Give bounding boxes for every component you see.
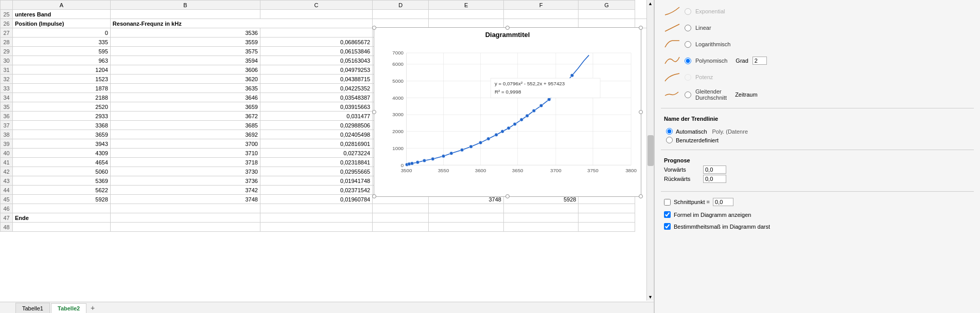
scroll-up-button[interactable]: ▲ <box>647 1 654 6</box>
table-cell[interactable]: 3710 <box>110 149 260 158</box>
table-cell[interactable] <box>260 28 372 38</box>
bestimmtheit-checkbox[interactable] <box>664 223 671 230</box>
vertical-scrollbar[interactable]: ▲ ▼ <box>646 0 654 301</box>
table-cell[interactable] <box>110 213 260 223</box>
table-cell[interactable]: 4654 <box>13 158 111 167</box>
formel-checkbox[interactable] <box>664 211 671 218</box>
table-cell[interactable] <box>503 204 579 213</box>
table-cell[interactable]: 0,031477 <box>260 112 372 121</box>
table-cell[interactable]: 0,05163043 <box>260 56 372 65</box>
table-cell[interactable]: 3635 <box>110 84 260 93</box>
table-cell[interactable]: 0,02371542 <box>260 186 372 195</box>
table-cell[interactable] <box>373 223 429 232</box>
table-cell[interactable]: Resonanz-Frequnz in kHz <box>110 19 372 28</box>
table-cell[interactable]: 3748 <box>110 195 260 204</box>
table-cell[interactable]: 5622 <box>13 186 111 195</box>
col-a-header[interactable]: A <box>13 1 111 10</box>
rueckwaerts-input[interactable] <box>703 175 726 183</box>
table-cell[interactable]: 0,02405498 <box>260 130 372 139</box>
table-cell[interactable]: 0,03548387 <box>260 93 372 102</box>
table-cell[interactable] <box>13 204 111 213</box>
polynomisch-radio[interactable] <box>685 58 691 64</box>
tab-tabelle2[interactable]: Tabelle2 <box>51 303 86 313</box>
schnittpunkt-checkbox[interactable] <box>664 199 671 206</box>
table-cell[interactable]: 0,03915663 <box>260 102 372 112</box>
table-cell[interactable]: 0,01960784 <box>260 195 372 204</box>
table-cell[interactable] <box>373 19 429 28</box>
table-cell[interactable]: 2520 <box>13 102 111 112</box>
chart-handle-tm[interactable] <box>505 26 510 30</box>
table-cell[interactable]: 3606 <box>110 65 260 75</box>
table-cell[interactable]: 0 <box>13 28 111 38</box>
table-cell[interactable] <box>260 213 372 223</box>
table-cell[interactable]: 3646 <box>110 93 260 102</box>
vorwaerts-input[interactable] <box>703 165 726 174</box>
table-cell[interactable]: 2933 <box>13 112 111 121</box>
table-cell[interactable] <box>503 19 579 28</box>
table-cell[interactable] <box>260 204 372 213</box>
col-b-header[interactable]: B <box>110 1 260 10</box>
col-g-header[interactable]: G <box>579 1 635 10</box>
table-cell[interactable]: 0,0273224 <box>260 149 372 158</box>
table-cell[interactable]: 3575 <box>110 47 260 56</box>
table-cell[interactable]: 0,06153846 <box>260 47 372 56</box>
chart-handle-ml[interactable] <box>372 110 376 114</box>
table-cell[interactable]: 2188 <box>13 93 111 102</box>
table-cell[interactable] <box>13 223 111 232</box>
table-cell[interactable]: 3685 <box>110 121 260 130</box>
table-cell[interactable] <box>110 10 260 19</box>
table-cell[interactable] <box>429 10 504 19</box>
gleitend-radio[interactable] <box>685 91 691 98</box>
table-cell[interactable]: 3368 <box>13 121 111 130</box>
table-cell[interactable]: 1878 <box>13 84 111 93</box>
table-cell[interactable]: 0,04979253 <box>260 65 372 75</box>
table-cell[interactable] <box>579 223 635 232</box>
chart-container[interactable]: Diagrammtitel <box>374 27 641 197</box>
table-cell[interactable] <box>260 223 372 232</box>
table-cell[interactable] <box>579 19 635 28</box>
chart-handle-mr[interactable] <box>639 110 643 114</box>
table-cell[interactable]: 3659 <box>13 130 111 139</box>
benutzerdefiniert-option[interactable]: Benutzerdefiniert <box>666 137 969 143</box>
table-cell[interactable]: 335 <box>13 38 111 47</box>
table-cell[interactable] <box>429 213 504 223</box>
table-cell[interactable]: 3736 <box>110 176 260 186</box>
table-cell[interactable]: 0,04225352 <box>260 84 372 93</box>
col-d-header[interactable]: D <box>373 1 429 10</box>
table-cell[interactable]: 0,02955665 <box>260 167 372 176</box>
automatisch-option[interactable]: Automatisch Poly. (Datenre <box>666 128 969 135</box>
chart-handle-tr[interactable] <box>639 26 643 30</box>
table-cell[interactable]: 3672 <box>110 112 260 121</box>
table-cell[interactable]: Position (Impulse) <box>13 19 111 28</box>
schnittpunkt-input[interactable] <box>713 198 733 206</box>
table-cell[interactable]: 3594 <box>110 56 260 65</box>
table-cell[interactable] <box>260 10 372 19</box>
table-cell[interactable]: 5369 <box>13 176 111 186</box>
table-cell[interactable] <box>110 223 260 232</box>
benutzerdefiniert-radio[interactable] <box>666 137 673 143</box>
col-f-header[interactable]: F <box>503 1 579 10</box>
table-cell[interactable] <box>579 10 635 19</box>
table-cell[interactable] <box>110 204 260 213</box>
table-cell[interactable]: 3730 <box>110 167 260 176</box>
table-cell[interactable] <box>579 213 635 223</box>
table-cell[interactable]: 0,01941748 <box>260 176 372 186</box>
table-cell[interactable]: 3718 <box>110 158 260 167</box>
table-cell[interactable]: 3659 <box>110 102 260 112</box>
col-c-header[interactable]: C <box>260 1 372 10</box>
tab-tabelle1[interactable]: Tabelle1 <box>15 303 50 313</box>
table-cell[interactable] <box>373 213 429 223</box>
linear-radio[interactable] <box>685 25 691 31</box>
table-cell[interactable]: 0,04388715 <box>260 75 372 84</box>
table-cell[interactable]: 3700 <box>110 139 260 149</box>
table-cell[interactable]: unteres Band <box>13 10 111 19</box>
potenz-radio[interactable] <box>685 74 691 81</box>
table-cell[interactable]: 0,02318841 <box>260 158 372 167</box>
table-cell[interactable] <box>503 213 579 223</box>
table-cell[interactable]: Ende <box>13 213 111 223</box>
table-cell[interactable]: 1204 <box>13 65 111 75</box>
scroll-thumb[interactable] <box>647 135 654 166</box>
table-cell[interactable]: 3536 <box>110 28 260 38</box>
table-cell[interactable] <box>429 19 504 28</box>
automatisch-radio[interactable] <box>666 128 673 135</box>
